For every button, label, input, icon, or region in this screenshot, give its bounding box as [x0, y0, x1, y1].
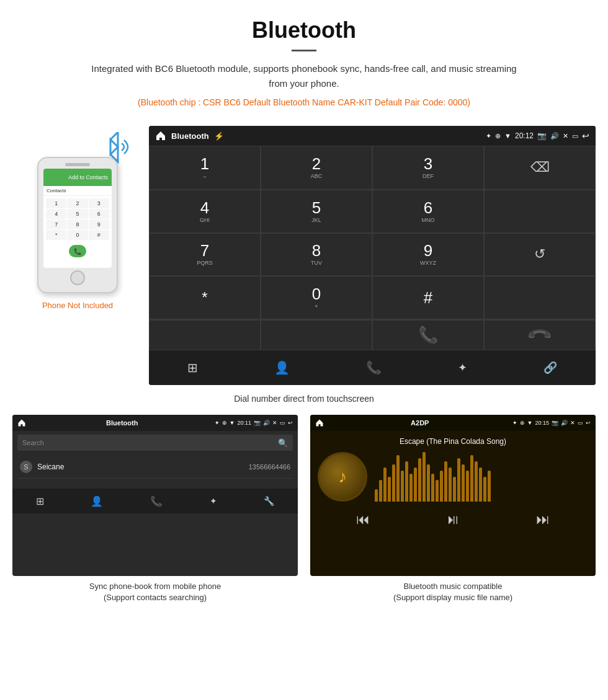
music-note-icon: ♪ — [338, 467, 347, 487]
nav-person-icon[interactable]: 👤 — [274, 360, 290, 375]
phone-dial-7: 7 — [46, 219, 66, 229]
vis-bar — [422, 452, 426, 502]
vis-bar — [379, 480, 382, 502]
nav-link-icon[interactable]: 🔗 — [543, 361, 557, 374]
vis-bar — [409, 474, 413, 502]
vis-bar — [427, 464, 430, 502]
dial-key-4[interactable]: 4GHI — [149, 190, 261, 233]
window-icon: ▭ — [572, 132, 578, 140]
vis-bar — [470, 455, 473, 502]
vis-bar — [488, 471, 491, 502]
dial-key-2[interactable]: 2ABC — [261, 146, 372, 190]
dial-key-hash[interactable]: # — [372, 276, 484, 319]
dial-key-1[interactable]: 1⌣ — [149, 146, 261, 190]
phone-speaker — [65, 163, 90, 166]
description: Integrated with BC6 Bluetooth module, su… — [87, 61, 521, 91]
vis-bar — [418, 458, 421, 502]
location-icon: ⊕ — [495, 132, 501, 140]
music-caption: Bluetooth music compatible (Support disp… — [310, 581, 596, 603]
music-next-btn[interactable]: ⏭ — [536, 512, 550, 528]
phone-screen-label: Add to Contacts — [68, 174, 108, 180]
pb-nav-bt[interactable]: ✦ — [210, 496, 217, 506]
time-display-dial: 20:12 — [515, 131, 534, 140]
back-icon-dial[interactable]: ↩ — [582, 131, 589, 141]
vis-bar — [392, 464, 395, 502]
dial-key-3[interactable]: 3DEF — [372, 146, 484, 190]
dialpad-area: 1⌣ 2ABC 3DEF ⌫ 4GHI 5JKL — [149, 146, 596, 319]
vis-bar — [475, 461, 478, 502]
pb-sig-icon: ▼ — [230, 420, 235, 426]
nav-bt-icon[interactable]: ✦ — [458, 361, 467, 374]
mus-x-icon: ✕ — [570, 420, 575, 426]
vis-bar — [436, 480, 439, 502]
car-bottom-nav-dial: ⊞ 👤 📞 ✦ 🔗 — [149, 350, 596, 385]
music-prev-btn[interactable]: ⏮ — [356, 512, 370, 528]
nav-phone-icon[interactable]: 📞 — [366, 360, 382, 375]
dial-key-8[interactable]: 8TUV — [261, 233, 372, 277]
top-section: Add to Contacts Contacts 1 2 3 4 5 6 7 8 — [12, 126, 596, 385]
dial-key-5[interactable]: 5JKL — [261, 190, 372, 233]
house-icon[interactable] — [155, 130, 166, 141]
phonebook-caption: Sync phone-book from mobile phone (Suppo… — [12, 581, 298, 603]
mus-time: 20:15 — [535, 420, 549, 426]
pb-time: 20:11 — [237, 420, 251, 426]
pb-vol-icon: 🔊 — [263, 420, 270, 426]
phone-screen: Add to Contacts Contacts 1 2 3 4 5 6 7 8 — [43, 169, 112, 268]
vis-bar — [449, 467, 452, 502]
vis-bar — [444, 461, 447, 502]
mus-sig-icon: ▼ — [527, 420, 533, 426]
music-album-art: ♪ — [318, 452, 367, 502]
pb-nav-wrench[interactable]: 🔧 — [264, 496, 274, 506]
car-screen-phonebook: Bluetooth ✦ ⊕ ▼ 20:11 📷 🔊 ✕ ▭ ↩ — [12, 415, 298, 576]
house-icon-music — [315, 419, 324, 427]
mus-bt-icon: ✦ — [512, 420, 517, 426]
vis-bar — [466, 471, 469, 502]
pb-loc-icon: ⊕ — [222, 420, 227, 426]
pb-back-icon[interactable]: ↩ — [288, 420, 293, 426]
phone-not-included: Phone Not Included — [42, 301, 113, 310]
dial-key-9[interactable]: 9WXYZ — [372, 233, 484, 277]
pb-nav-phone[interactable]: 📞 — [150, 495, 163, 507]
phonebook-title: Bluetooth — [30, 419, 215, 427]
signal-icon: ▼ — [504, 132, 511, 140]
car-statusbar-dial: Bluetooth ⚡ ✦ ⊕ ▼ 20:12 📷 🔊 ✕ ▭ ↩ — [149, 126, 596, 146]
camera-icon: 📷 — [537, 131, 547, 140]
music-statusbar: A2DP ✦ ⊕ ▼ 20:15 📷 🔊 ✕ ▭ ↩ — [310, 415, 596, 431]
dial-key-refresh[interactable]: ↺ — [484, 233, 596, 277]
phone-dial-6: 6 — [89, 209, 109, 219]
phone-dial-star: * — [46, 230, 66, 240]
phone-dial-0: 0 — [67, 230, 87, 240]
mus-cam-icon: 📷 — [552, 420, 558, 426]
contact-name: Seicane — [37, 463, 249, 471]
dial-call-green-key[interactable]: 📞 — [372, 320, 484, 350]
dial-key-star[interactable]: * — [149, 276, 261, 319]
contact-avatar: S — [20, 461, 32, 473]
vis-bar — [414, 467, 417, 502]
pb-cam-icon: 📷 — [254, 420, 261, 426]
statusbar-title-dial: Bluetooth — [171, 131, 209, 141]
dial-key-0[interactable]: 0+ — [261, 276, 372, 319]
contact-item[interactable]: S Seicane 13566664466 — [17, 456, 293, 479]
phone-dial-9: 9 — [89, 219, 109, 229]
search-placeholder: Search — [22, 439, 278, 446]
phone-home-button[interactable] — [70, 270, 85, 285]
phone-dial-3: 3 — [89, 198, 109, 208]
dial-caption: Dial number direct from touchscreen — [234, 394, 374, 404]
phonebook-screen-container: Bluetooth ✦ ⊕ ▼ 20:11 📷 🔊 ✕ ▭ ↩ — [12, 415, 298, 603]
pb-nav-person[interactable]: 👤 — [91, 495, 103, 507]
search-bar[interactable]: Search 🔍 — [17, 435, 293, 451]
phonebook-statusbar: Bluetooth ✦ ⊕ ▼ 20:11 📷 🔊 ✕ ▭ ↩ — [12, 415, 298, 431]
mus-back-icon[interactable]: ↩ — [586, 420, 591, 426]
pb-nav-grid[interactable]: ⊞ — [36, 495, 44, 507]
music-playpause-btn[interactable]: ⏯ — [446, 512, 460, 528]
house-icon-pb — [17, 419, 26, 427]
dial-key-backspace[interactable]: ⌫ — [484, 146, 596, 190]
vis-bar — [405, 461, 408, 502]
vis-bar — [396, 455, 400, 502]
nav-grid-icon[interactable]: ⊞ — [187, 360, 198, 375]
dial-key-7[interactable]: 7PQRS — [149, 233, 261, 277]
dial-key-6[interactable]: 6MNO — [372, 190, 484, 233]
close-icon: ✕ — [563, 132, 568, 140]
dial-call-red-key[interactable]: 📞 — [484, 320, 596, 350]
phonebook-content: Search 🔍 S Seicane 13566664466 — [12, 431, 298, 482]
